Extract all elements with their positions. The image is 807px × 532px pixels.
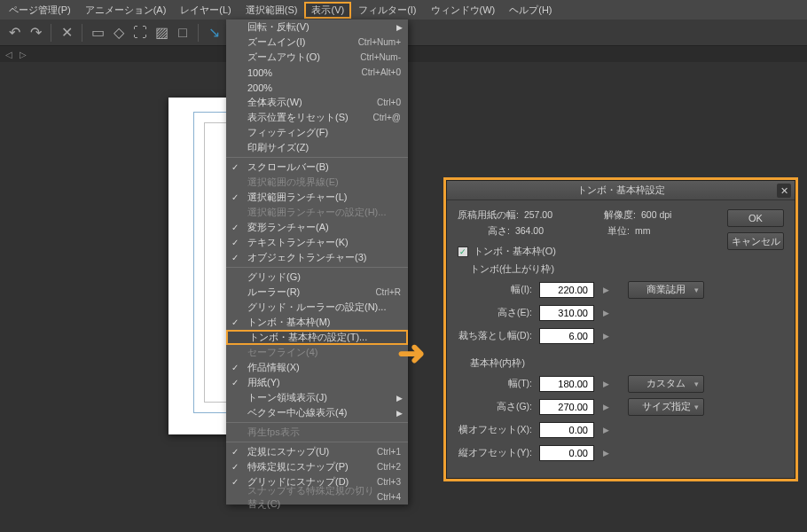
menu-item[interactable]: ルーラー(R)Ctrl+R: [226, 285, 408, 300]
check-icon: ✓: [231, 447, 239, 457]
ok-button[interactable]: OK: [727, 209, 784, 227]
check-icon: ✓: [231, 378, 239, 387]
offset-x-input[interactable]: [539, 422, 594, 438]
menu-item-label: グリッド(G): [247, 270, 401, 284]
size-spec-button[interactable]: サイズ指定: [628, 398, 704, 416]
redo-icon[interactable]: ↷: [27, 24, 44, 42]
view-dropdown: 回転・反転(V)▶ズームイン(I)Ctrl+Num+ズームアウト(O)Ctrl+…: [226, 20, 408, 505]
cancel-button[interactable]: キャンセル: [727, 232, 784, 250]
menu-selection[interactable]: 選択範囲(S): [239, 2, 305, 19]
snap-ruler-icon[interactable]: ↘: [205, 24, 223, 42]
menu-item[interactable]: フィッティング(F): [226, 125, 408, 140]
menu-view[interactable]: 表示(V): [304, 2, 351, 19]
menu-item[interactable]: ✓特殊定規にスナップ(P)Ctrl+2: [226, 459, 408, 474]
menu-item[interactable]: トーン領域表示(J)▶: [226, 390, 408, 405]
menu-item-label: ベクター中心線表示(4): [247, 406, 401, 419]
fit-icon[interactable]: ⛶: [131, 24, 149, 42]
menu-separator: [226, 157, 408, 158]
border-icon[interactable]: □: [174, 24, 192, 42]
spinner-icon[interactable]: ▶: [599, 445, 612, 461]
spinner-icon[interactable]: ▶: [599, 328, 612, 344]
nav-fwd-icon[interactable]: ▷: [20, 50, 27, 59]
menu-item[interactable]: ベクター中心線表示(4)▶: [226, 405, 408, 420]
menu-item[interactable]: 100%Ctrl+Alt+0: [226, 65, 408, 80]
menu-animation[interactable]: アニメーション(A): [78, 2, 174, 19]
trim-settings-dialog: トンボ・基本枠設定 ✕ OK キャンセル 原稿用紙の幅:257.00 解像度:6…: [446, 180, 795, 479]
menu-item-label: セーフライン(4): [247, 346, 401, 359]
trim-preset-combo[interactable]: 商業誌用: [628, 281, 704, 299]
menu-item-label: 選択範囲ランチャーの設定(H)...: [247, 206, 401, 219]
menu-shortcut: Ctrl+Alt+0: [362, 67, 401, 77]
menu-item[interactable]: ✓オブジェクトランチャー(3): [226, 250, 408, 265]
frame-height-input[interactable]: [539, 399, 594, 415]
frame-preset-combo[interactable]: カスタム: [628, 375, 704, 393]
menu-item-label: オブジェクトランチャー(3): [247, 251, 401, 264]
spinner-icon[interactable]: ▶: [599, 376, 612, 392]
menu-item[interactable]: トンボ・基本枠の設定(T)...: [226, 330, 408, 345]
menu-item[interactable]: 表示位置をリセット(S)Ctrl+@: [226, 110, 408, 125]
check-icon: ✓: [231, 317, 239, 327]
menu-page[interactable]: ページ管理(P): [2, 2, 78, 19]
menu-item[interactable]: 印刷サイズ(Z): [226, 140, 408, 155]
unit-label: 単位:: [607, 225, 630, 238]
offset-y-input[interactable]: [539, 445, 594, 461]
invert-icon[interactable]: ▨: [153, 24, 170, 42]
trim-enable-checkbox[interactable]: ✓: [458, 246, 468, 257]
spinner-icon[interactable]: ▶: [599, 399, 612, 415]
crop-icon[interactable]: ◇: [110, 24, 128, 42]
undo-icon[interactable]: ↶: [5, 24, 23, 42]
spinner-icon[interactable]: ▶: [599, 305, 612, 321]
dialog-titlebar: トンボ・基本枠設定 ✕: [447, 181, 795, 200]
menu-filter[interactable]: フィルター(I): [351, 2, 423, 19]
menu-window[interactable]: ウィンドウ(W): [424, 2, 503, 19]
menu-item[interactable]: ズームアウト(O)Ctrl+Num-: [226, 50, 408, 65]
submenu-arrow-icon: ▶: [396, 394, 403, 403]
menu-item[interactable]: ✓変形ランチャー(A): [226, 220, 408, 235]
menu-item[interactable]: 全体表示(W)Ctrl+0: [226, 95, 408, 110]
menu-item[interactable]: ✓用紙(Y): [226, 375, 408, 390]
menu-item-label: トンボ・基本枠の設定(T)...: [249, 331, 399, 344]
menu-item[interactable]: 回転・反転(V)▶: [226, 20, 408, 35]
menu-item[interactable]: ✓作品情報(X): [226, 360, 408, 375]
menu-shortcut: Ctrl+2: [377, 462, 401, 472]
rect-select-icon[interactable]: ▭: [89, 24, 106, 42]
menu-item-label: スクロールバー(B): [247, 160, 401, 174]
trim-width-input[interactable]: [539, 282, 594, 298]
close-icon[interactable]: ✕: [777, 184, 791, 198]
nav-back-icon[interactable]: ◁: [5, 50, 12, 59]
unit-value: mm: [635, 225, 651, 238]
menu-item[interactable]: ✓テキストランチャー(K): [226, 235, 408, 250]
frame-section-label: 基本枠(内枠): [470, 357, 784, 370]
menu-item-label: トーン領域表示(J): [247, 391, 401, 404]
menu-item-label: トンボ・基本枠(M): [247, 316, 401, 329]
menu-item[interactable]: ✓スクロールバー(B): [226, 160, 408, 175]
menu-item-label: フィッティング(F): [247, 126, 401, 139]
menu-item-label: ルーラー(R): [247, 286, 375, 299]
menu-item[interactable]: グリッド(G): [226, 270, 408, 285]
menu-item[interactable]: ✓選択範囲ランチャー(L): [226, 190, 408, 205]
menu-layer[interactable]: レイヤー(L): [173, 2, 238, 19]
menu-item-label: 選択範囲の境界線(E): [247, 176, 401, 189]
menu-item[interactable]: グリッド・ルーラーの設定(N)...: [226, 300, 408, 315]
submenu-arrow-icon: ▶: [396, 409, 403, 418]
check-icon: ✓: [231, 462, 239, 472]
bleed-input[interactable]: [539, 328, 594, 344]
menu-help[interactable]: ヘルプ(H): [502, 2, 559, 19]
menu-shortcut: Ctrl+3: [377, 477, 401, 487]
menu-item[interactable]: ✓トンボ・基本枠(M): [226, 315, 408, 330]
menu-item[interactable]: ✓定規にスナップ(U)Ctrl+1: [226, 444, 408, 459]
dialog-title: トンボ・基本枠設定: [577, 184, 665, 197]
menu-shortcut: Ctrl+Num-: [360, 52, 401, 62]
menu-item: スナップする特殊定規の切り替え(C)Ctrl+4: [226, 489, 408, 505]
check-icon: ✓: [231, 238, 239, 247]
annotation-arrow-icon: ➜: [397, 333, 426, 372]
delete-icon[interactable]: ✕: [58, 24, 75, 42]
trim-height-input[interactable]: [539, 305, 594, 321]
menubar: ページ管理(P) アニメーション(A) レイヤー(L) 選択範囲(S) 表示(V…: [0, 0, 807, 20]
menu-item-label: 選択範囲ランチャー(L): [247, 191, 401, 204]
spinner-icon[interactable]: ▶: [599, 282, 612, 298]
menu-item[interactable]: ズームイン(I)Ctrl+Num+: [226, 35, 408, 50]
frame-width-input[interactable]: [539, 376, 594, 392]
menu-item[interactable]: 200%: [226, 80, 408, 95]
spinner-icon[interactable]: ▶: [599, 422, 612, 438]
